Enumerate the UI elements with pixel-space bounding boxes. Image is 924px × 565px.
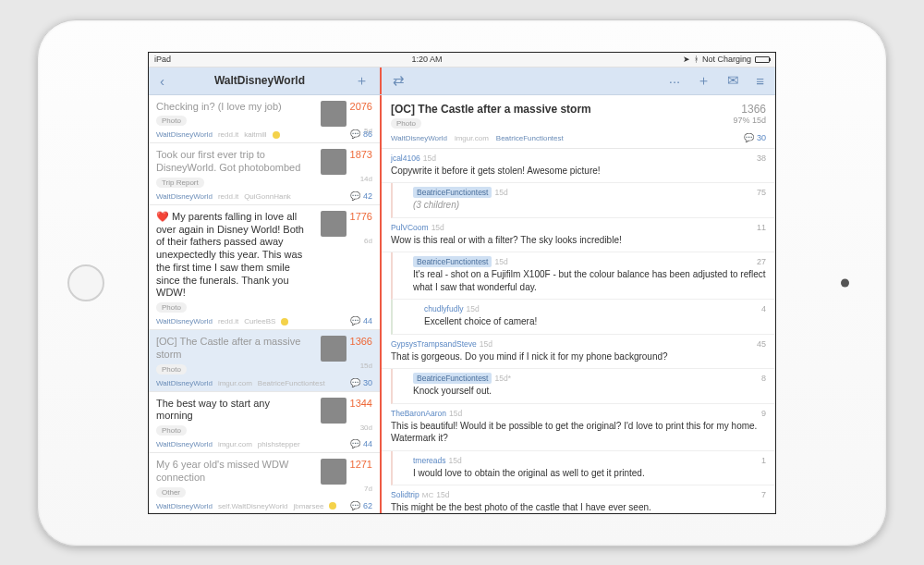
comment-head: chudlyfudly15d4 [424, 304, 766, 313]
post-thumb[interactable] [321, 336, 346, 362]
post-domain[interactable]: redd.it [218, 192, 238, 201]
comment[interactable]: PulVCoom15d11Wow is this real or with a … [382, 218, 775, 253]
comment-body: Knock yourself out. [413, 385, 766, 398]
back-icon[interactable]: ‹ [156, 71, 168, 91]
comment-author[interactable]: chudlyfudly [424, 304, 464, 313]
post-comments[interactable]: 💬 44 [350, 316, 372, 325]
comment-score: 75 [757, 188, 766, 197]
post-tag: Other [156, 487, 186, 497]
post-thumb[interactable] [321, 459, 346, 485]
post-row[interactable]: My 6 year old's missed WDW connectionOth… [149, 453, 380, 513]
comment-list: jcal410615d38Copywrite it before it gets… [382, 149, 775, 513]
post-author[interactable]: CurleeBS [244, 317, 275, 325]
comment-author[interactable]: Solidtrip [391, 490, 419, 499]
mail-icon[interactable]: ✉ [723, 70, 743, 91]
post-sub[interactable]: WaltDisneyWorld [156, 317, 213, 325]
comment-author[interactable]: GypsysTrampsandSteve [391, 339, 477, 349]
post-right: 17766d [321, 211, 372, 245]
post-sub[interactable]: WaltDisneyWorld [156, 192, 213, 201]
comment-head: TheBaronAaron15d9 [391, 409, 766, 418]
detail-author[interactable]: BeatriceFunctiontest [496, 134, 564, 142]
post-domain[interactable]: imgur.com [218, 440, 252, 448]
post-domain[interactable]: redd.it [218, 130, 238, 139]
detail-pane[interactable]: [OC] The Castle after a massive storm Ph… [382, 95, 775, 513]
post-author[interactable]: jbmarsee [293, 502, 323, 510]
detail-domain[interactable]: imgur.com [455, 134, 489, 142]
post-list[interactable]: Checking in? (I love my job)Photo20765dW… [149, 95, 382, 513]
camera [841, 278, 849, 287]
post-tag: Photo [156, 116, 187, 126]
post-right: 136615d [321, 336, 372, 370]
comment[interactable]: BeatriceFunctiontest15d*8Knock yourself … [391, 369, 775, 404]
post-thumb[interactable] [321, 398, 346, 424]
post-author[interactable]: QuiGonnHank [244, 192, 291, 201]
comment-author[interactable]: tmereads [413, 456, 445, 465]
more-icon[interactable]: ··· [665, 71, 685, 91]
post-row[interactable]: Checking in? (I love my job)Photo20765dW… [149, 95, 380, 144]
post-domain[interactable]: self.WaltDisneyWorld [218, 502, 288, 510]
post-row[interactable]: Took our first ever trip to DisneyWorld.… [149, 143, 380, 205]
post-thumb[interactable] [321, 211, 346, 237]
post-row[interactable]: ❤️ My parents falling in love all over a… [149, 205, 380, 330]
comment-age: 15d [436, 490, 449, 499]
comment-author[interactable]: BeatriceFunctiontest [413, 373, 492, 384]
post-row[interactable]: The best way to start any morningPhoto13… [149, 392, 380, 454]
detail-comments-count[interactable]: 💬 30 [744, 133, 766, 142]
comment-age: 15d [494, 257, 507, 266]
comment-age: 15d [448, 456, 461, 465]
post-comments[interactable]: 💬 86 [350, 129, 372, 139]
post-thumb[interactable] [321, 101, 346, 127]
comment-author[interactable]: BeatriceFunctiontest [413, 187, 492, 198]
comment-score: 27 [757, 257, 766, 266]
post-comments[interactable]: 💬 44 [350, 439, 372, 448]
subreddit-title[interactable]: WaltDisneyWorld [214, 74, 305, 87]
home-button[interactable] [67, 264, 104, 301]
post-meta: WaltDisneyWorldredd.itQuiGonnHank [156, 192, 372, 201]
comment-age: 15d [494, 188, 507, 197]
comment-flair: MC [422, 491, 433, 499]
header-right: ⇄ ··· ＋ ✉ ≡ [382, 68, 775, 94]
clock: 1:20 AM [411, 55, 442, 64]
comment[interactable]: tmereads15d1I would love to obtain the o… [391, 451, 775, 486]
menu-icon[interactable]: ≡ [752, 71, 768, 91]
post-comments[interactable]: 💬 62 [350, 501, 372, 510]
comment-body: (3 children) [413, 199, 766, 212]
swap-icon[interactable]: ⇄ [389, 70, 408, 91]
post-domain[interactable]: imgur.com [218, 379, 252, 387]
post-sub[interactable]: WaltDisneyWorld [156, 440, 213, 448]
detail-sub[interactable]: WaltDisneyWorld [391, 134, 447, 142]
post-domain[interactable]: redd.it [218, 317, 238, 325]
post-comments[interactable]: 💬 30 [350, 378, 372, 387]
comment[interactable]: GypsysTrampsandSteve15d45That is gorgeou… [382, 335, 775, 370]
post-meta: WaltDisneyWorldimgur.comphishstepper [156, 440, 372, 448]
compose-icon[interactable]: ＋ [351, 70, 372, 92]
comment[interactable]: TheBaronAaron15d9This is beautiful! Woul… [382, 404, 775, 451]
comment-head: GypsysTrampsandSteve15d45 [391, 339, 766, 349]
post-sub[interactable]: WaltDisneyWorld [156, 130, 213, 139]
comment-body: This is beautiful! Would it be possible … [391, 420, 766, 445]
post-age: 30d [321, 424, 372, 432]
post-tag: Photo [156, 425, 187, 436]
post-sub[interactable]: WaltDisneyWorld [156, 379, 213, 387]
add-icon[interactable]: ＋ [693, 70, 714, 92]
detail-score: 1366 [733, 103, 766, 116]
comment-author[interactable]: PulVCoom [391, 223, 429, 232]
post-author[interactable]: phishstepper [258, 440, 300, 448]
comment[interactable]: chudlyfudly15d4Excellent choice of camer… [391, 300, 775, 335]
comment-body: That is gorgeous. Do you mind if I nick … [391, 350, 766, 363]
comment-author[interactable]: BeatriceFunctiontest [413, 256, 492, 267]
post-sub[interactable]: WaltDisneyWorld [156, 502, 213, 510]
post-comments[interactable]: 💬 42 [350, 191, 372, 201]
post-author[interactable]: kaitmill [244, 130, 266, 139]
post-thumb[interactable] [321, 149, 346, 175]
comment-author[interactable]: TheBaronAaron [391, 409, 446, 418]
comment-author[interactable]: jcal4106 [391, 154, 420, 163]
comment[interactable]: SolidtripMC15d7This might be the best ph… [382, 485, 775, 513]
post-author[interactable]: BeatriceFunctiontest [258, 379, 325, 387]
comment[interactable]: BeatriceFunctiontest15d27It's real - sho… [391, 252, 775, 300]
post-row[interactable]: [OC] The Castle after a massive stormPho… [149, 330, 380, 392]
comment[interactable]: jcal410615d38Copywrite it before it gets… [382, 149, 775, 184]
post-score: 1366 [350, 336, 372, 347]
comment[interactable]: BeatriceFunctiontest15d75(3 children) [391, 183, 775, 218]
post-meta: WaltDisneyWorldredd.itCurleeBS [156, 317, 372, 325]
